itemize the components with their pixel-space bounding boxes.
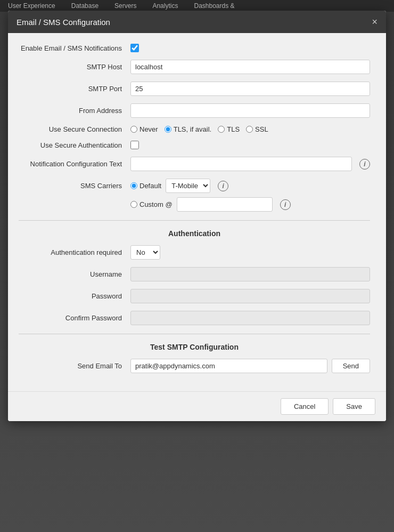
- use-secure-connection-row: Use Secure Connection Never TLS, if avai…: [19, 125, 370, 133]
- sms-default-radio[interactable]: [130, 182, 137, 189]
- sms-custom-radio[interactable]: [130, 201, 137, 208]
- notification-config-text-row: Notification Configuration Text i: [19, 157, 370, 171]
- notification-config-text-control: i: [130, 157, 370, 171]
- password-control: [130, 289, 370, 303]
- sms-custom-info-icon[interactable]: i: [280, 199, 291, 210]
- email-sms-config-modal: Email / SMS Configuration × Enable Email…: [8, 11, 386, 421]
- notification-config-text-label: Notification Configuration Text: [19, 160, 130, 168]
- secure-tls-avail-radio[interactable]: [165, 126, 171, 133]
- password-input[interactable]: [130, 289, 370, 303]
- use-secure-auth-checkbox[interactable]: [130, 141, 139, 149]
- auth-required-select[interactable]: No Yes: [130, 245, 160, 260]
- use-secure-auth-row: Use Secure Authentication: [19, 141, 370, 149]
- modal-backdrop: Email / SMS Configuration × Enable Email…: [0, 0, 394, 532]
- secure-never-label: Never: [139, 125, 158, 133]
- sms-carriers-label: SMS Carriers: [19, 179, 130, 190]
- enable-email-sms-control: [130, 44, 370, 52]
- cancel-button[interactable]: Cancel: [281, 398, 329, 415]
- send-email-to-control: Send: [130, 359, 370, 373]
- secure-ssl-option[interactable]: SSL: [246, 125, 268, 133]
- username-row: Username: [19, 267, 370, 281]
- sms-default-label: Default: [139, 182, 161, 190]
- smtp-port-label: SMTP Port: [19, 85, 130, 93]
- secure-tls-avail-option[interactable]: TLS, if avail.: [165, 125, 212, 133]
- sms-custom-input[interactable]: [177, 197, 273, 212]
- from-address-label: From Address: [19, 107, 130, 115]
- modal-close-button[interactable]: ×: [372, 17, 377, 27]
- use-secure-auth-control: [130, 141, 370, 149]
- from-address-input[interactable]: [130, 103, 370, 118]
- smtp-host-row: SMTP Host: [19, 60, 370, 74]
- modal-footer: Cancel Save: [8, 391, 386, 421]
- confirm-password-label: Confirm Password: [19, 314, 130, 322]
- sms-carriers-row: SMS Carriers Default T-Mobile AT&T Veriz…: [19, 179, 370, 212]
- notification-config-text-input[interactable]: [130, 157, 352, 171]
- username-input[interactable]: [130, 267, 370, 281]
- smtp-host-label: SMTP Host: [19, 63, 130, 71]
- password-row: Password: [19, 289, 370, 303]
- secure-tls-avail-label: TLS, if avail.: [174, 125, 212, 133]
- modal-title: Email / SMS Configuration: [17, 18, 110, 27]
- sms-custom-label: Custom @: [139, 200, 173, 208]
- from-address-control: [130, 103, 370, 118]
- authentication-section-title: Authentication: [19, 229, 370, 238]
- secure-tls-label: TLS: [227, 125, 240, 133]
- sms-default-row: Default T-Mobile AT&T Verizon Sprint i: [130, 179, 370, 193]
- send-email-to-row: Send Email To Send: [19, 359, 370, 373]
- secure-never-option[interactable]: Never: [130, 125, 158, 133]
- send-email-to-input[interactable]: [130, 359, 327, 373]
- enable-email-sms-label: Enable Email / SMS Notifications: [19, 44, 130, 52]
- sms-carrier-select[interactable]: T-Mobile AT&T Verizon Sprint: [166, 179, 210, 193]
- secure-ssl-label: SSL: [255, 125, 268, 133]
- confirm-password-input[interactable]: [130, 311, 370, 325]
- use-secure-connection-control: Never TLS, if avail. TLS SSL: [130, 125, 370, 133]
- sms-custom-row: Custom @ i: [130, 197, 370, 212]
- username-control: [130, 267, 370, 281]
- sms-carrier-info-icon[interactable]: i: [218, 181, 228, 191]
- sms-custom-option[interactable]: Custom @: [130, 200, 173, 208]
- secure-tls-radio[interactable]: [218, 126, 225, 133]
- secure-ssl-radio[interactable]: [246, 126, 253, 133]
- secure-never-radio[interactable]: [130, 126, 137, 133]
- password-label: Password: [19, 292, 130, 300]
- divider-auth: [19, 220, 370, 221]
- from-address-row: From Address: [19, 103, 370, 118]
- smtp-port-control: [130, 82, 370, 96]
- enable-email-sms-row: Enable Email / SMS Notifications: [19, 44, 370, 52]
- smtp-port-row: SMTP Port: [19, 82, 370, 96]
- username-label: Username: [19, 270, 130, 278]
- auth-required-control: No Yes: [130, 245, 370, 260]
- modal-header: Email / SMS Configuration ×: [8, 11, 386, 33]
- save-button[interactable]: Save: [333, 398, 375, 415]
- use-secure-connection-label: Use Secure Connection: [19, 125, 130, 133]
- auth-required-label: Authentication required: [19, 248, 130, 256]
- smtp-host-control: [130, 60, 370, 74]
- smtp-host-input[interactable]: [130, 60, 370, 74]
- sms-default-option[interactable]: Default: [130, 182, 161, 190]
- sms-carriers-control: Default T-Mobile AT&T Verizon Sprint i: [130, 179, 370, 212]
- notification-config-info-icon[interactable]: i: [359, 159, 370, 170]
- test-smtp-section-title: Test SMTP Configuration: [19, 343, 370, 351]
- confirm-password-row: Confirm Password: [19, 311, 370, 325]
- send-email-to-label: Send Email To: [19, 362, 130, 370]
- auth-required-row: Authentication required No Yes: [19, 245, 370, 260]
- secure-tls-option[interactable]: TLS: [218, 125, 240, 133]
- enable-email-sms-checkbox[interactable]: [130, 44, 139, 52]
- use-secure-auth-label: Use Secure Authentication: [19, 141, 130, 149]
- smtp-port-input[interactable]: [130, 82, 370, 96]
- divider-test: [19, 334, 370, 334]
- confirm-password-control: [130, 311, 370, 325]
- modal-body: Enable Email / SMS Notifications SMTP Ho…: [8, 33, 386, 391]
- send-button[interactable]: Send: [332, 359, 370, 373]
